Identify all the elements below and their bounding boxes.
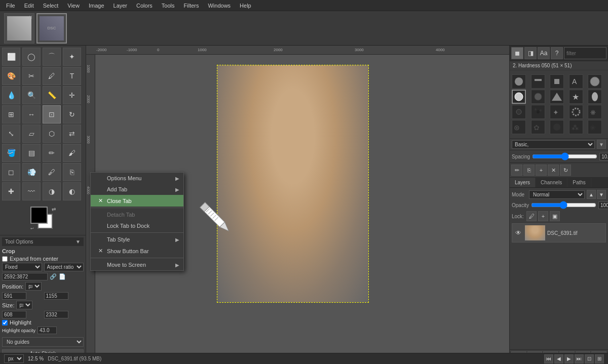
- tool-fuzzy-select[interactable]: ✦: [63, 48, 81, 66]
- brush-cell-3[interactable]: [550, 74, 564, 89]
- menu-colors[interactable]: Colors: [132, 2, 157, 10]
- brush-cell-19[interactable]: ⁂: [569, 120, 583, 134]
- highlight-checkbox[interactable]: [2, 320, 8, 326]
- tool-perspective[interactable]: ⬡: [43, 125, 61, 143]
- position-unit-select[interactable]: px: [25, 282, 42, 291]
- menu-filters[interactable]: Filters: [180, 2, 203, 10]
- tool-align[interactable]: ⊞: [2, 105, 20, 124]
- tool-color-select[interactable]: 🎨: [2, 67, 20, 85]
- tab-1-close[interactable]: ✕: [29, 15, 33, 20]
- mode-select[interactable]: Normal: [529, 190, 585, 199]
- tab-layers[interactable]: Layers: [510, 178, 536, 187]
- tool-rotate[interactable]: ↻: [63, 105, 81, 124]
- cm-tab-style[interactable]: Tab Style ▶: [91, 234, 183, 245]
- cm-lock-tab[interactable]: Lock Tab to Dock: [91, 220, 183, 231]
- aspect-ratio-select[interactable]: Aspect ratio: [44, 263, 84, 271]
- brush-delete-button[interactable]: ✕: [548, 165, 559, 176]
- brush-type-select[interactable]: Basic,: [512, 140, 595, 149]
- brush-cell-17[interactable]: ✿: [531, 120, 545, 134]
- tool-ink[interactable]: 🖋: [43, 163, 61, 181]
- nav-zoom-fit[interactable]: ⊡: [585, 354, 594, 363]
- nav-first-button[interactable]: ⏮: [544, 354, 553, 363]
- tool-crop[interactable]: ⊡: [43, 105, 61, 124]
- status-unit-select[interactable]: px: [4, 354, 24, 363]
- mode-down-arrow[interactable]: ▼: [597, 190, 606, 199]
- menu-tools[interactable]: Tools: [158, 2, 179, 10]
- menu-help[interactable]: Help: [236, 2, 255, 10]
- brush-cell-5[interactable]: [588, 74, 602, 89]
- brush-type-arrow[interactable]: ▼: [597, 140, 606, 149]
- reset-colors-icon[interactable]: ↩: [30, 226, 34, 231]
- size-input[interactable]: [2, 273, 48, 280]
- lock-pixels-icon[interactable]: 🖊: [526, 211, 537, 221]
- menu-file[interactable]: File: [2, 2, 19, 10]
- nav-last-button[interactable]: ⏭: [575, 354, 584, 363]
- tab-channels[interactable]: Channels: [536, 178, 567, 187]
- brush-cell-6[interactable]: [512, 90, 526, 104]
- tool-options-collapse[interactable]: ▼: [75, 239, 81, 245]
- tool-flip[interactable]: ⇄: [63, 125, 81, 143]
- spacing-value-input[interactable]: [599, 153, 608, 160]
- nav-zoom-full[interactable]: ⊞: [595, 354, 604, 363]
- cm-close-tab[interactable]: ✕ Close Tab: [91, 195, 183, 207]
- menu-image[interactable]: Image: [85, 2, 108, 10]
- lock-alpha-icon[interactable]: ▣: [550, 211, 560, 221]
- brush-cell-8[interactable]: [550, 90, 564, 104]
- cm-add-tab[interactable]: Add Tab ▶: [91, 184, 183, 195]
- tab-1[interactable]: ✕: [4, 13, 34, 44]
- tool-paint[interactable]: 🖌: [63, 144, 81, 162]
- size-w-input[interactable]: [2, 311, 26, 318]
- brush-cell-16[interactable]: ⊛: [512, 120, 526, 134]
- brush-cell-1[interactable]: [512, 74, 526, 89]
- tool-heal[interactable]: ✚: [2, 182, 20, 200]
- menu-layer[interactable]: Layer: [109, 2, 132, 10]
- brush-edit-button[interactable]: ✏: [511, 165, 522, 176]
- brush-cell-11[interactable]: [512, 105, 526, 119]
- opacity-input[interactable]: [598, 201, 608, 209]
- tool-transform[interactable]: ↔: [22, 105, 41, 124]
- tool-paths[interactable]: 🖊: [43, 67, 61, 85]
- tool-smudge[interactable]: 〰: [22, 182, 41, 200]
- brush-cell-10[interactable]: [588, 90, 602, 104]
- tab-2[interactable]: DSC: [36, 13, 67, 44]
- pos-x-input[interactable]: [2, 292, 26, 300]
- tool-text[interactable]: T: [63, 67, 81, 85]
- expand-from-center-checkbox[interactable]: [2, 256, 8, 262]
- brush-icon-4[interactable]: ?: [551, 47, 563, 59]
- size-file-icon[interactable]: 📄: [59, 273, 66, 280]
- brush-icon-2[interactable]: ◨: [524, 47, 537, 59]
- tool-ellipse-select[interactable]: ◯: [22, 48, 41, 66]
- swap-colors-icon[interactable]: ⇄: [52, 207, 56, 212]
- brush-cell-7[interactable]: [531, 90, 545, 104]
- brush-new-button[interactable]: +: [536, 165, 547, 176]
- tool-pencil[interactable]: ✏: [43, 144, 61, 162]
- brush-cell-12[interactable]: [531, 105, 545, 119]
- brush-icon-1[interactable]: ◼: [511, 47, 523, 59]
- guides-select[interactable]: No guides: [2, 337, 84, 347]
- tool-bucket-fill[interactable]: 🪣: [2, 144, 20, 162]
- tool-shear[interactable]: ▱: [22, 125, 41, 143]
- brush-cell-2[interactable]: [531, 74, 545, 89]
- nav-prev-button[interactable]: ◀: [554, 354, 563, 363]
- highlight-opacity-input[interactable]: [37, 327, 57, 334]
- tool-rectangle-select[interactable]: ⬜: [2, 48, 20, 66]
- pos-y-input[interactable]: [44, 292, 68, 300]
- menu-view[interactable]: View: [63, 2, 84, 10]
- brush-cell-18[interactable]: [550, 120, 564, 134]
- tool-scale[interactable]: ⤡: [2, 125, 20, 143]
- tool-eraser[interactable]: ◻: [2, 163, 20, 181]
- cm-options-menu[interactable]: Options Menu ▶: [91, 173, 183, 184]
- tool-zoom[interactable]: 🔍: [22, 86, 41, 104]
- brush-cell-15[interactable]: ❋: [588, 105, 602, 119]
- nav-next-button[interactable]: ▶: [564, 354, 574, 363]
- menu-select[interactable]: Select: [39, 2, 63, 10]
- fixed-select[interactable]: Fixed: [2, 263, 42, 271]
- tool-clone[interactable]: ⎘: [63, 163, 81, 181]
- menu-windows[interactable]: Windows: [204, 2, 235, 10]
- brush-cell-20[interactable]: ❀: [588, 120, 602, 134]
- layer-item[interactable]: 👁 DSC_6391.tif: [512, 223, 606, 242]
- tool-free-select[interactable]: ⌒: [43, 48, 61, 66]
- foreground-color-swatch[interactable]: [30, 207, 48, 224]
- tool-dodge-burn[interactable]: ◑: [43, 182, 61, 200]
- menu-edit[interactable]: Edit: [20, 2, 38, 10]
